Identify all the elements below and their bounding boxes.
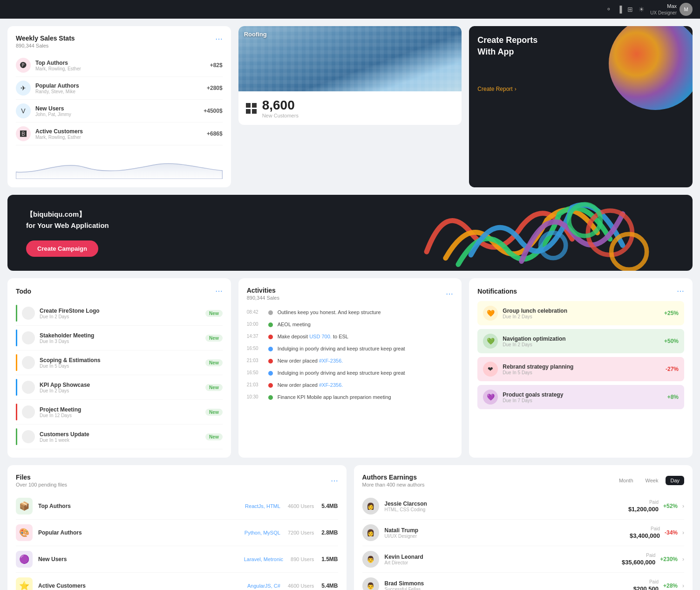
user-profile[interactable]: Max UX Designer M [650, 3, 693, 16]
weekly-sales-menu-icon[interactable]: ⋯ [215, 34, 223, 43]
todo-color-bar [16, 305, 17, 322]
files-title-block: Files Over 100 pending files [16, 473, 67, 487]
activity-time: 21:03 [247, 382, 264, 387]
grid-icon[interactable]: ⊞ [627, 6, 633, 13]
roofing-bottom: 8,600 New Customers [238, 91, 462, 125]
create-campaign-button[interactable]: Create Campaign [26, 240, 98, 257]
files-menu-icon[interactable]: ⋯ [331, 476, 338, 485]
todo-color-bar [16, 428, 17, 445]
file-info-active: Active Customers [38, 583, 86, 589]
notif-value: +50% [664, 338, 679, 344]
author-info: Jessie Clarcson HTML, CSS Coding [385, 501, 623, 512]
notif-value: +25% [664, 310, 679, 316]
file-name: Active Customers [38, 583, 86, 589]
list-item: 21:03 New order placed #XF-2356. [247, 355, 454, 367]
user-role: UX Designer [650, 10, 677, 16]
popular-authors-icon: ✈ [16, 81, 31, 96]
bars-icon[interactable]: ▐ [617, 6, 622, 13]
notif-name: Navigation optimization [503, 336, 659, 342]
activity-dot [268, 359, 273, 364]
stat-item-new-users: V New Users John, Pat, Jimmy +4500$ [16, 100, 223, 123]
todo-item-due: Due In 12 Days [40, 413, 201, 418]
chevron-right-icon[interactable]: › [682, 503, 684, 509]
activity-text: Indulging in poorly driving and keep str… [278, 370, 405, 376]
weekly-sales-title-block: Weekly Sales Stats 890,344 Sales [16, 34, 75, 48]
chevron-right-icon[interactable]: › [682, 583, 684, 589]
activity-link[interactable]: #XF-2356. [319, 382, 343, 388]
todo-menu-icon[interactable]: ⋯ [215, 287, 223, 295]
active-customers-sub: Mark, Rowling, Esther [35, 135, 202, 140]
notif-icon-product: 💜 [483, 390, 498, 405]
author-change: +52% [663, 503, 678, 509]
top-authors-name: Top Authors [35, 60, 205, 66]
author-info: Kevin Leonard Art Director [385, 554, 617, 565]
todo-item-info: Scoping & Estimations Due In 5 Days [40, 357, 201, 369]
activities-card: Activities 890,344 Sales ⋯ 08:42 Outline… [238, 278, 462, 458]
activity-dot [268, 395, 273, 400]
author-paid-label: Paid [649, 500, 659, 505]
earnings-header: Authors Earnings More than 400 new autho… [362, 473, 685, 487]
notif-info: Product goals strategy Due In 7 Days [503, 391, 662, 403]
todo-avatar [22, 356, 35, 369]
list-item: 👩 Natali Trump UI/UX Designer Paid $3,40… [362, 520, 685, 546]
list-item: Scoping & Estimations Due In 5 Days New [16, 350, 223, 375]
search-icon[interactable]: ⚬ [606, 6, 612, 13]
popular-authors-name: Popular Authors [35, 82, 202, 89]
author-avatar: 👩 [362, 524, 379, 541]
tab-week[interactable]: Week [641, 476, 663, 485]
chevron-right-icon[interactable]: › [682, 556, 684, 563]
notif-icon-nav: 💚 [483, 334, 498, 349]
todo-badge: New [205, 359, 223, 366]
activity-dot [268, 335, 273, 339]
new-users-icon: V [16, 103, 31, 118]
list-item: 16:50 Indulging in poorly driving and ke… [247, 343, 454, 355]
row1: Weekly Sales Stats 890,344 Sales ⋯ 🅟 Top… [7, 26, 693, 187]
author-name: Brad Simmons [385, 580, 628, 587]
new-customers-block: 8,600 New Customers [262, 98, 299, 118]
file-name: Popular Authors [38, 529, 82, 536]
row3: Todo ⋯ Create FireStone Logo Due In 2 Da… [7, 278, 693, 458]
activity-link[interactable]: #XF-2356. [319, 358, 343, 364]
list-item: 🎨 Popular Authors Python, MySQL 7200 Use… [16, 520, 338, 546]
notif-info: Group lunch celebration Due In 2 Days [503, 308, 659, 319]
author-paid-label: Paid [651, 526, 660, 531]
todo-color-bar [16, 379, 17, 396]
author-role: Art Director [385, 560, 617, 565]
file-tech: ReactJs, HTML [245, 503, 280, 509]
author-avatar: 👨 [362, 577, 379, 590]
top-authors-info: Top Authors Mark, Rowling, Esther [35, 60, 205, 71]
todo-item-name: Stakeholder Meeting [40, 332, 201, 339]
file-tech: Laravel, Metronic [244, 556, 283, 562]
files-title: Files [16, 473, 67, 481]
roofing-squares-icon [246, 103, 257, 114]
activity-dot [268, 322, 273, 327]
campaign-banner: 【biqubiqu.com】 for Your Web Application … [7, 195, 693, 271]
tab-month[interactable]: Month [614, 476, 638, 485]
popular-authors-val: +280$ [207, 85, 223, 91]
tab-day[interactable]: Day [666, 476, 684, 485]
activity-dot [268, 371, 273, 376]
notif-value: +8% [667, 394, 679, 400]
file-tech: AngularJS, C# [247, 583, 280, 589]
file-size: 5.4MB [321, 583, 338, 589]
file-info-top: Top Authors [38, 503, 71, 509]
author-amount: $3,400,000 [630, 532, 660, 539]
earnings-title-block: Authors Earnings More than 400 new autho… [362, 473, 425, 487]
notifications-menu-icon[interactable]: ⋯ [677, 287, 684, 295]
theme-icon[interactable]: ☀ [639, 6, 645, 13]
reports-title-text: Create ReportsWith App [477, 34, 684, 58]
activity-dot [268, 347, 273, 351]
list-item: 14:37 Make deposit USD 700. to ESL [247, 330, 454, 343]
file-meta: ReactJs, HTML 4600 Users 5.4MB [245, 503, 338, 509]
file-meta: Python, MySQL 7200 Users 2.8MB [245, 529, 338, 536]
roofing-card: Roofing 8,600 New Customers [238, 26, 462, 125]
todo-avatar [22, 331, 35, 344]
activity-link[interactable]: USD 700. [309, 334, 332, 339]
activities-header: Activities 890,344 Sales ⋯ [247, 287, 454, 301]
author-info: Natali Trump UI/UX Designer [385, 527, 624, 539]
chevron-right-icon[interactable]: › [682, 529, 684, 536]
author-earnings: Paid $200,500 [633, 579, 659, 590]
activities-menu-icon[interactable]: ⋯ [446, 289, 453, 298]
author-earnings: Paid $1,200,000 [628, 500, 659, 513]
todo-item-due: Due In 3 Days [40, 339, 201, 344]
